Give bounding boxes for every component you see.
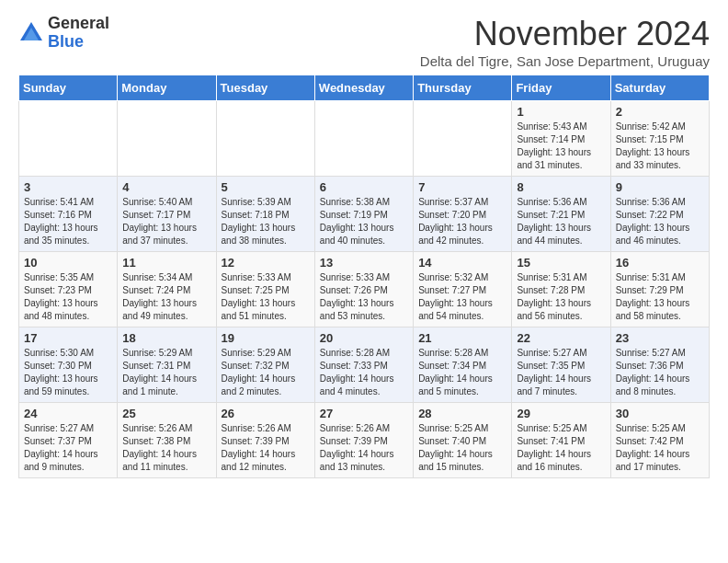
day-number: 9 (616, 180, 704, 194)
logo-blue-text: Blue (48, 33, 109, 52)
day-number: 7 (418, 180, 506, 194)
day-info: Sunrise: 5:29 AM Sunset: 7:31 PM Dayligh… (122, 347, 210, 398)
calendar-header-row: SundayMondayTuesdayWednesdayThursdayFrid… (19, 75, 710, 101)
logo-icon (18, 20, 44, 46)
calendar-cell: 5Sunrise: 5:39 AM Sunset: 7:18 PM Daylig… (216, 177, 314, 252)
day-info: Sunrise: 5:25 AM Sunset: 7:40 PM Dayligh… (418, 422, 506, 474)
column-header-wednesday: Wednesday (314, 75, 413, 101)
day-number: 3 (24, 180, 112, 194)
calendar-cell: 28Sunrise: 5:25 AM Sunset: 7:40 PM Dayli… (414, 403, 512, 478)
calendar-cell: 16Sunrise: 5:31 AM Sunset: 7:29 PM Dayli… (610, 252, 709, 327)
day-number: 17 (24, 331, 112, 345)
calendar-cell: 14Sunrise: 5:32 AM Sunset: 7:27 PM Dayli… (414, 252, 512, 327)
day-info: Sunrise: 5:36 AM Sunset: 7:22 PM Dayligh… (616, 196, 704, 247)
calendar-cell: 29Sunrise: 5:25 AM Sunset: 7:41 PM Dayli… (512, 403, 610, 478)
day-info: Sunrise: 5:37 AM Sunset: 7:20 PM Dayligh… (418, 196, 506, 247)
day-info: Sunrise: 5:33 AM Sunset: 7:25 PM Dayligh… (222, 271, 310, 323)
column-header-thursday: Thursday (414, 75, 512, 101)
day-number: 22 (517, 331, 605, 345)
calendar-cell: 6Sunrise: 5:38 AM Sunset: 7:19 PM Daylig… (314, 177, 413, 252)
day-number: 30 (616, 407, 704, 420)
day-number: 12 (222, 256, 310, 270)
calendar-cell (414, 101, 512, 177)
page-header: General Blue November 2024 Delta del Tig… (18, 15, 710, 69)
calendar-week-4: 17Sunrise: 5:30 AM Sunset: 7:30 PM Dayli… (19, 327, 710, 403)
day-number: 15 (517, 256, 605, 270)
calendar-cell: 15Sunrise: 5:31 AM Sunset: 7:28 PM Dayli… (512, 252, 610, 327)
day-info: Sunrise: 5:34 AM Sunset: 7:24 PM Dayligh… (122, 271, 210, 323)
day-number: 23 (616, 331, 704, 345)
day-number: 6 (320, 180, 408, 194)
calendar-cell: 30Sunrise: 5:25 AM Sunset: 7:42 PM Dayli… (610, 403, 709, 478)
calendar-cell: 8Sunrise: 5:36 AM Sunset: 7:21 PM Daylig… (512, 177, 610, 252)
day-info: Sunrise: 5:40 AM Sunset: 7:17 PM Dayligh… (122, 196, 210, 247)
day-info: Sunrise: 5:27 AM Sunset: 7:35 PM Dayligh… (517, 347, 605, 398)
calendar-cell: 19Sunrise: 5:29 AM Sunset: 7:32 PM Dayli… (216, 327, 314, 403)
calendar-cell: 12Sunrise: 5:33 AM Sunset: 7:25 PM Dayli… (216, 252, 314, 327)
day-info: Sunrise: 5:25 AM Sunset: 7:42 PM Dayligh… (616, 422, 704, 474)
day-number: 25 (122, 407, 210, 420)
day-info: Sunrise: 5:33 AM Sunset: 7:26 PM Dayligh… (320, 271, 408, 323)
day-number: 5 (222, 180, 310, 194)
day-number: 4 (122, 180, 210, 194)
day-number: 18 (122, 331, 210, 345)
day-number: 26 (222, 407, 310, 420)
day-info: Sunrise: 5:27 AM Sunset: 7:36 PM Dayligh… (616, 347, 704, 398)
month-title: November 2024 (420, 15, 710, 53)
calendar-cell (118, 101, 216, 177)
calendar-week-1: 1Sunrise: 5:43 AM Sunset: 7:14 PM Daylig… (19, 101, 710, 177)
column-header-friday: Friday (512, 75, 610, 101)
calendar-week-3: 10Sunrise: 5:35 AM Sunset: 7:23 PM Dayli… (19, 252, 710, 327)
calendar-cell: 26Sunrise: 5:26 AM Sunset: 7:39 PM Dayli… (216, 403, 314, 478)
calendar-table: SundayMondayTuesdayWednesdayThursdayFrid… (18, 75, 710, 478)
title-area: November 2024 Delta del Tigre, San Jose … (420, 15, 710, 69)
day-number: 20 (320, 331, 408, 345)
location-subtitle: Delta del Tigre, San Jose Department, Ur… (420, 53, 710, 69)
calendar-cell: 13Sunrise: 5:33 AM Sunset: 7:26 PM Dayli… (314, 252, 413, 327)
day-number: 24 (24, 407, 112, 420)
calendar-cell: 18Sunrise: 5:29 AM Sunset: 7:31 PM Dayli… (118, 327, 216, 403)
column-header-monday: Monday (118, 75, 216, 101)
column-header-tuesday: Tuesday (216, 75, 314, 101)
day-info: Sunrise: 5:26 AM Sunset: 7:39 PM Dayligh… (320, 422, 408, 474)
day-number: 8 (517, 180, 605, 194)
day-number: 27 (320, 407, 408, 420)
day-info: Sunrise: 5:25 AM Sunset: 7:41 PM Dayligh… (517, 422, 605, 474)
calendar-cell: 10Sunrise: 5:35 AM Sunset: 7:23 PM Dayli… (19, 252, 118, 327)
logo-general-text: General (48, 15, 109, 33)
calendar-cell: 24Sunrise: 5:27 AM Sunset: 7:37 PM Dayli… (19, 403, 118, 478)
calendar-cell: 3Sunrise: 5:41 AM Sunset: 7:16 PM Daylig… (19, 177, 118, 252)
day-number: 2 (616, 105, 704, 119)
calendar-cell: 25Sunrise: 5:26 AM Sunset: 7:38 PM Dayli… (118, 403, 216, 478)
day-info: Sunrise: 5:32 AM Sunset: 7:27 PM Dayligh… (418, 271, 506, 323)
calendar-cell: 22Sunrise: 5:27 AM Sunset: 7:35 PM Dayli… (512, 327, 610, 403)
calendar-cell (216, 101, 314, 177)
column-header-saturday: Saturday (610, 75, 709, 101)
day-number: 19 (222, 331, 310, 345)
day-info: Sunrise: 5:41 AM Sunset: 7:16 PM Dayligh… (24, 196, 112, 247)
day-info: Sunrise: 5:26 AM Sunset: 7:38 PM Dayligh… (122, 422, 210, 474)
day-info: Sunrise: 5:30 AM Sunset: 7:30 PM Dayligh… (24, 347, 112, 398)
day-info: Sunrise: 5:38 AM Sunset: 7:19 PM Dayligh… (320, 196, 408, 247)
calendar-cell: 1Sunrise: 5:43 AM Sunset: 7:14 PM Daylig… (512, 101, 610, 177)
day-number: 28 (418, 407, 506, 420)
day-info: Sunrise: 5:27 AM Sunset: 7:37 PM Dayligh… (24, 422, 112, 474)
day-info: Sunrise: 5:29 AM Sunset: 7:32 PM Dayligh… (222, 347, 310, 398)
calendar-week-2: 3Sunrise: 5:41 AM Sunset: 7:16 PM Daylig… (19, 177, 710, 252)
day-number: 1 (517, 105, 605, 119)
day-number: 13 (320, 256, 408, 270)
day-number: 10 (24, 256, 112, 270)
calendar-week-5: 24Sunrise: 5:27 AM Sunset: 7:37 PM Dayli… (19, 403, 710, 478)
column-header-sunday: Sunday (19, 75, 118, 101)
calendar-cell: 17Sunrise: 5:30 AM Sunset: 7:30 PM Dayli… (19, 327, 118, 403)
day-info: Sunrise: 5:35 AM Sunset: 7:23 PM Dayligh… (24, 271, 112, 323)
day-info: Sunrise: 5:43 AM Sunset: 7:14 PM Dayligh… (517, 121, 605, 172)
calendar-cell: 23Sunrise: 5:27 AM Sunset: 7:36 PM Dayli… (610, 327, 709, 403)
calendar-cell: 20Sunrise: 5:28 AM Sunset: 7:33 PM Dayli… (314, 327, 413, 403)
day-info: Sunrise: 5:31 AM Sunset: 7:28 PM Dayligh… (517, 271, 605, 323)
calendar-cell: 4Sunrise: 5:40 AM Sunset: 7:17 PM Daylig… (118, 177, 216, 252)
day-info: Sunrise: 5:26 AM Sunset: 7:39 PM Dayligh… (222, 422, 310, 474)
calendar-cell: 27Sunrise: 5:26 AM Sunset: 7:39 PM Dayli… (314, 403, 413, 478)
calendar-cell: 11Sunrise: 5:34 AM Sunset: 7:24 PM Dayli… (118, 252, 216, 327)
day-info: Sunrise: 5:28 AM Sunset: 7:34 PM Dayligh… (418, 347, 506, 398)
